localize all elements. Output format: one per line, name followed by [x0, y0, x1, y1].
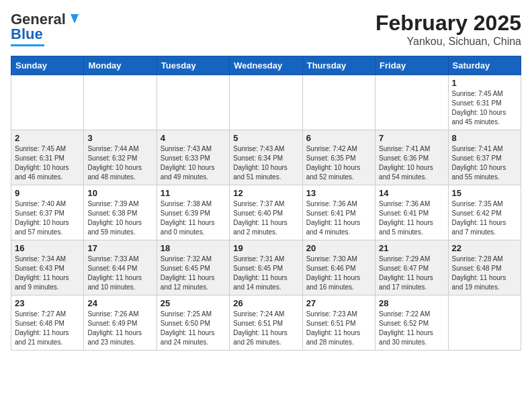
calendar-week-3: 9Sunrise: 7:40 AM Sunset: 6:37 PM Daylig…: [11, 185, 521, 240]
day-number: 10: [87, 188, 152, 198]
calendar-cell: 13Sunrise: 7:36 AM Sunset: 6:41 PM Dayli…: [302, 185, 375, 240]
day-number: 3: [87, 133, 152, 143]
day-number: 5: [233, 133, 298, 143]
day-info: Sunrise: 7:28 AM Sunset: 6:48 PM Dayligh…: [452, 255, 517, 292]
day-number: 12: [233, 188, 298, 198]
calendar-cell: 25Sunrise: 7:25 AM Sunset: 6:50 PM Dayli…: [157, 295, 229, 351]
calendar-cell: 20Sunrise: 7:30 AM Sunset: 6:46 PM Dayli…: [302, 240, 375, 295]
day-info: Sunrise: 7:36 AM Sunset: 6:41 PM Dayligh…: [379, 199, 444, 237]
day-number: 19: [233, 243, 298, 253]
day-number: 21: [379, 243, 444, 253]
calendar-header-row: SundayMondayTuesdayWednesdayThursdayFrid…: [11, 56, 521, 75]
day-info: Sunrise: 7:36 AM Sunset: 6:41 PM Dayligh…: [306, 199, 371, 237]
day-number: 20: [306, 243, 371, 253]
month-year-title: February 2025: [375, 11, 521, 36]
logo-blue-text: Blue: [11, 26, 43, 43]
day-number: 4: [161, 133, 226, 143]
calendar-cell: 10Sunrise: 7:39 AM Sunset: 6:38 PM Dayli…: [84, 185, 157, 240]
day-number: 2: [15, 133, 80, 143]
calendar-cell: 2Sunrise: 7:45 AM Sunset: 6:31 PM Daylig…: [11, 130, 84, 185]
day-info: Sunrise: 7:45 AM Sunset: 6:31 PM Dayligh…: [452, 89, 517, 127]
calendar-cell: 5Sunrise: 7:43 AM Sunset: 6:34 PM Daylig…: [230, 130, 302, 185]
calendar-week-2: 2Sunrise: 7:45 AM Sunset: 6:31 PM Daylig…: [11, 130, 521, 185]
day-info: Sunrise: 7:31 AM Sunset: 6:45 PM Dayligh…: [233, 255, 298, 292]
calendar-cell: 9Sunrise: 7:40 AM Sunset: 6:37 PM Daylig…: [11, 185, 84, 240]
day-info: Sunrise: 7:22 AM Sunset: 6:52 PM Dayligh…: [379, 310, 444, 347]
day-info: Sunrise: 7:38 AM Sunset: 6:39 PM Dayligh…: [161, 199, 226, 237]
day-number: 7: [379, 133, 444, 143]
day-number: 15: [452, 188, 517, 198]
weekday-header-monday: Monday: [84, 56, 157, 75]
weekday-header-sunday: Sunday: [11, 56, 84, 75]
calendar-cell: [448, 295, 521, 351]
logo-triangle-icon: [66, 11, 81, 26]
calendar-week-5: 23Sunrise: 7:27 AM Sunset: 6:48 PM Dayli…: [11, 295, 521, 351]
day-info: Sunrise: 7:41 AM Sunset: 6:36 PM Dayligh…: [379, 144, 444, 182]
calendar-cell: 15Sunrise: 7:35 AM Sunset: 6:42 PM Dayli…: [448, 185, 521, 240]
day-info: Sunrise: 7:27 AM Sunset: 6:48 PM Dayligh…: [15, 310, 80, 347]
calendar-cell: 19Sunrise: 7:31 AM Sunset: 6:45 PM Dayli…: [230, 240, 302, 295]
calendar-cell: 1Sunrise: 7:45 AM Sunset: 6:31 PM Daylig…: [448, 75, 521, 130]
calendar-week-1: 1Sunrise: 7:45 AM Sunset: 6:31 PM Daylig…: [11, 75, 521, 130]
calendar-cell: 23Sunrise: 7:27 AM Sunset: 6:48 PM Dayli…: [11, 295, 84, 351]
day-info: Sunrise: 7:44 AM Sunset: 6:32 PM Dayligh…: [87, 144, 152, 182]
day-number: 22: [452, 243, 517, 253]
location-subtitle: Yankou, Sichuan, China: [375, 36, 521, 48]
day-info: Sunrise: 7:43 AM Sunset: 6:33 PM Dayligh…: [161, 144, 226, 182]
calendar-cell: 27Sunrise: 7:23 AM Sunset: 6:51 PM Dayli…: [302, 295, 375, 351]
calendar-cell: 17Sunrise: 7:33 AM Sunset: 6:44 PM Dayli…: [84, 240, 157, 295]
day-info: Sunrise: 7:37 AM Sunset: 6:40 PM Dayligh…: [233, 199, 298, 237]
day-number: 14: [379, 188, 444, 198]
day-info: Sunrise: 7:32 AM Sunset: 6:45 PM Dayligh…: [161, 255, 226, 292]
day-info: Sunrise: 7:41 AM Sunset: 6:37 PM Dayligh…: [452, 144, 517, 182]
calendar-cell: 3Sunrise: 7:44 AM Sunset: 6:32 PM Daylig…: [84, 130, 157, 185]
calendar-cell: 8Sunrise: 7:41 AM Sunset: 6:37 PM Daylig…: [448, 130, 521, 185]
day-number: 17: [87, 243, 152, 253]
calendar-cell: 7Sunrise: 7:41 AM Sunset: 6:36 PM Daylig…: [375, 130, 448, 185]
day-number: 9: [15, 188, 80, 198]
calendar-cell: 16Sunrise: 7:34 AM Sunset: 6:43 PM Dayli…: [11, 240, 84, 295]
calendar-cell: 14Sunrise: 7:36 AM Sunset: 6:41 PM Dayli…: [375, 185, 448, 240]
calendar-cell: 6Sunrise: 7:42 AM Sunset: 6:35 PM Daylig…: [302, 130, 375, 185]
day-info: Sunrise: 7:42 AM Sunset: 6:35 PM Dayligh…: [306, 144, 371, 182]
day-number: 13: [306, 188, 371, 198]
day-number: 25: [161, 298, 226, 308]
calendar-cell: 12Sunrise: 7:37 AM Sunset: 6:40 PM Dayli…: [230, 185, 302, 240]
weekday-header-friday: Friday: [375, 56, 448, 75]
weekday-header-tuesday: Tuesday: [157, 56, 229, 75]
calendar-table: SundayMondayTuesdayWednesdayThursdayFrid…: [11, 56, 521, 351]
day-number: 18: [161, 243, 226, 253]
day-info: Sunrise: 7:40 AM Sunset: 6:37 PM Dayligh…: [15, 199, 80, 237]
weekday-header-thursday: Thursday: [302, 56, 375, 75]
day-info: Sunrise: 7:34 AM Sunset: 6:43 PM Dayligh…: [15, 255, 80, 292]
day-info: Sunrise: 7:23 AM Sunset: 6:51 PM Dayligh…: [306, 310, 371, 347]
svg-marker-0: [71, 14, 79, 24]
day-number: 1: [452, 78, 517, 88]
calendar-cell: 26Sunrise: 7:24 AM Sunset: 6:51 PM Dayli…: [230, 295, 302, 351]
day-number: 16: [15, 243, 80, 253]
calendar-week-4: 16Sunrise: 7:34 AM Sunset: 6:43 PM Dayli…: [11, 240, 521, 295]
logo: General Blue: [11, 11, 81, 46]
day-number: 27: [306, 298, 371, 308]
day-number: 24: [87, 298, 152, 308]
calendar-cell: [11, 75, 84, 130]
day-info: Sunrise: 7:24 AM Sunset: 6:51 PM Dayligh…: [233, 310, 298, 347]
day-number: 23: [15, 298, 80, 308]
weekday-header-saturday: Saturday: [448, 56, 521, 75]
day-info: Sunrise: 7:30 AM Sunset: 6:46 PM Dayligh…: [306, 255, 371, 292]
calendar-cell: 21Sunrise: 7:29 AM Sunset: 6:47 PM Dayli…: [375, 240, 448, 295]
day-info: Sunrise: 7:26 AM Sunset: 6:49 PM Dayligh…: [87, 310, 152, 347]
day-number: 26: [233, 298, 298, 308]
calendar-cell: [302, 75, 375, 130]
calendar-cell: [375, 75, 448, 130]
page-header: General Blue February 2025 Yankou, Sichu…: [11, 11, 521, 48]
logo-underline: [11, 44, 44, 46]
weekday-header-wednesday: Wednesday: [230, 56, 302, 75]
day-number: 6: [306, 133, 371, 143]
day-number: 11: [161, 188, 226, 198]
calendar-cell: [157, 75, 229, 130]
calendar-cell: 18Sunrise: 7:32 AM Sunset: 6:45 PM Dayli…: [157, 240, 229, 295]
day-info: Sunrise: 7:43 AM Sunset: 6:34 PM Dayligh…: [233, 144, 298, 182]
day-info: Sunrise: 7:35 AM Sunset: 6:42 PM Dayligh…: [452, 199, 517, 237]
day-info: Sunrise: 7:25 AM Sunset: 6:50 PM Dayligh…: [161, 310, 226, 347]
